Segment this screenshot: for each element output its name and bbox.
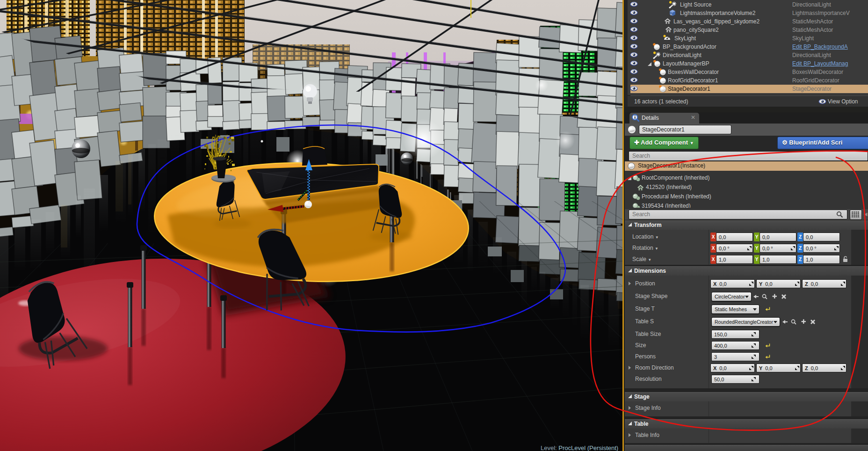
svg-text:+: + [670,13,672,16]
svg-text:Level: ProcLevel (Persistent): Level: ProcLevel (Persistent) [541,444,618,451]
